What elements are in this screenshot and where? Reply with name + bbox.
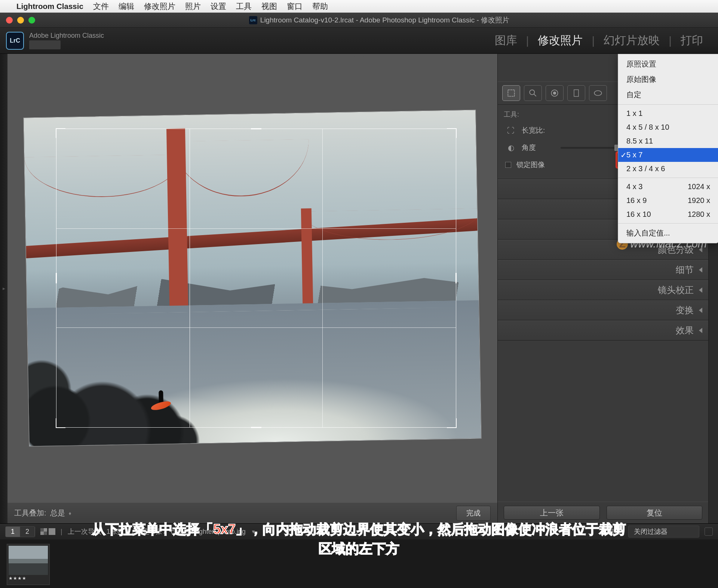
brand-name: Adobe Lightroom Classic bbox=[29, 32, 104, 40]
app-header: LrC Adobe Lightroom Classic 图库 | 修改照片 | … bbox=[0, 28, 718, 54]
svg-rect-0 bbox=[508, 90, 514, 96]
close-window-button[interactable] bbox=[6, 17, 13, 24]
module-slideshow[interactable]: 幻灯片放映 bbox=[595, 33, 669, 48]
menu-settings[interactable]: 设置 bbox=[211, 1, 226, 12]
filmstrip-thumbnail[interactable]: ★★★★ bbox=[7, 544, 50, 585]
aspect-option-selected[interactable]: 5 x 7 bbox=[618, 148, 718, 162]
triangle-left-icon bbox=[699, 267, 702, 273]
tool-overlay-label: 工具叠加: bbox=[14, 508, 46, 518]
section-transform[interactable]: 变换 bbox=[498, 300, 708, 320]
lock-image-checkbox[interactable] bbox=[505, 162, 511, 168]
svg-rect-4 bbox=[574, 90, 579, 96]
menu-photo[interactable]: 照片 bbox=[185, 1, 201, 12]
aspect-label: 长宽比: bbox=[522, 126, 555, 135]
menu-help[interactable]: 帮助 bbox=[312, 1, 328, 12]
identity-plate[interactable] bbox=[29, 40, 61, 49]
fs-path-prefix[interactable]: 上一次导入 bbox=[68, 527, 101, 536]
chevron-down-icon[interactable]: ▼ bbox=[251, 529, 256, 535]
svg-point-3 bbox=[553, 92, 556, 95]
tool-overlay-value[interactable]: 总是 bbox=[50, 508, 65, 518]
angle-label: 角度 bbox=[522, 143, 555, 153]
aspect-option-custom[interactable]: 输入自定值... bbox=[618, 225, 718, 241]
aspect-option[interactable]: 1 x 1 bbox=[618, 107, 718, 120]
filter-lock-icon[interactable] bbox=[705, 527, 713, 536]
aspect-option[interactable]: 4 x 5 / 8 x 10 bbox=[618, 120, 718, 134]
filter-label: 过滤器: bbox=[601, 527, 623, 536]
module-picker: 图库 | 修改照片 | 幻灯片放映 | 打印 bbox=[486, 33, 712, 48]
menu-develop[interactable]: 修改照片 bbox=[144, 1, 175, 12]
develop-toolbar: 工具叠加: 总是 ♦ 完成 bbox=[7, 502, 497, 523]
triangle-left-icon bbox=[699, 247, 702, 252]
module-library[interactable]: 图库 bbox=[486, 33, 526, 48]
gradient-tool-icon[interactable] bbox=[567, 85, 585, 101]
section-effects[interactable]: 效果 bbox=[498, 320, 708, 341]
angle-icon[interactable]: ◐ bbox=[505, 143, 516, 152]
thumb-image bbox=[9, 546, 48, 575]
center-area: 工具叠加: 总是 ♦ 完成 bbox=[7, 54, 497, 523]
filter-select[interactable]: 关闭过滤器 bbox=[628, 526, 699, 538]
aspect-option[interactable]: 16 x 101280 x bbox=[618, 207, 718, 221]
reset-button[interactable]: 复位 bbox=[607, 506, 703, 520]
aspect-option[interactable]: 2 x 3 / 4 x 6 bbox=[618, 162, 718, 176]
done-button[interactable]: 完成 bbox=[456, 506, 491, 521]
lock-image-label: 锁定图像 bbox=[516, 160, 545, 170]
mac-menubar[interactable]: Lightroom Classic 文件 编辑 修改照片 照片 设置 工具 视图… bbox=[0, 0, 718, 13]
section-lens[interactable]: 镜头校正 bbox=[498, 280, 708, 300]
photo-preview[interactable] bbox=[23, 110, 481, 447]
app-menu[interactable]: Lightroom Classic bbox=[16, 2, 83, 11]
right-panel: 工具: ⛶ 长宽比: ◐ 角度 0.00 锁定图像 基本 bbox=[497, 54, 718, 523]
segment-1[interactable]: 1 bbox=[6, 527, 20, 537]
left-panel-collapsed[interactable] bbox=[0, 54, 7, 523]
prev-button[interactable]: 上一张 bbox=[504, 506, 600, 520]
menu-tools[interactable]: 工具 bbox=[236, 1, 252, 12]
menu-view[interactable]: 视图 bbox=[261, 1, 277, 12]
aspect-option[interactable]: 16 x 91920 x bbox=[618, 194, 718, 207]
lrc-title-icon: Lrc bbox=[249, 16, 257, 24]
section-detail[interactable]: 细节 bbox=[498, 260, 708, 280]
filmstrip: 1 2 | 上一次导入 1张照片 / 选定 1张 / crop-straight… bbox=[0, 523, 718, 588]
aspect-option[interactable]: 原照设置 bbox=[618, 56, 718, 72]
aspect-ratio-menu[interactable]: 原照设置 原始图像 自定 1 x 1 4 x 5 / 8 x 10 8.5 x … bbox=[618, 54, 718, 243]
crop-tool-icon[interactable] bbox=[502, 85, 520, 101]
chevron-icon[interactable]: ♦ bbox=[69, 510, 71, 516]
menu-file[interactable]: 文件 bbox=[93, 1, 109, 12]
zoom-window-button[interactable] bbox=[28, 17, 35, 24]
segment-2[interactable]: 2 bbox=[20, 527, 35, 537]
monitor-segments[interactable]: 1 2 bbox=[5, 526, 35, 537]
aspect-option[interactable]: 8.5 x 11 bbox=[618, 134, 718, 148]
aspect-option[interactable]: 自定 bbox=[618, 87, 718, 102]
menu-edit[interactable]: 编辑 bbox=[119, 1, 134, 12]
window-titlebar: Lrc Lightroom Catalog-v10-2.lrcat - Adob… bbox=[0, 13, 718, 28]
window-title: Lightroom Catalog-v10-2.lrcat - Adobe Ph… bbox=[260, 15, 509, 25]
menu-window[interactable]: 窗口 bbox=[287, 1, 303, 12]
fs-filename: crop-straighten-photo.jpg bbox=[171, 528, 246, 536]
photo-canvas[interactable] bbox=[7, 54, 497, 502]
triangle-left-icon bbox=[699, 328, 702, 333]
triangle-left-icon bbox=[699, 308, 702, 313]
aspect-icon[interactable]: ⛶ bbox=[505, 126, 516, 135]
redeye-tool-icon[interactable] bbox=[546, 85, 564, 101]
aspect-option[interactable]: 4 x 31024 x bbox=[618, 180, 718, 194]
aspect-option[interactable]: 原始图像 bbox=[618, 72, 718, 87]
module-print[interactable]: 打印 bbox=[672, 33, 712, 48]
fs-count: 1张照片 / 选定 1张 / bbox=[107, 527, 166, 536]
nav-buttons: 上一张 复位 bbox=[498, 502, 708, 523]
thumb-rating[interactable]: ★★★★ bbox=[9, 576, 48, 581]
minimize-window-button[interactable] bbox=[17, 17, 24, 24]
lrc-logo-icon: LrC bbox=[6, 32, 24, 50]
module-develop[interactable]: 修改照片 bbox=[529, 33, 592, 48]
spot-tool-icon[interactable] bbox=[524, 85, 542, 101]
svg-point-5 bbox=[594, 91, 602, 96]
grid-view-icons[interactable] bbox=[40, 528, 55, 535]
triangle-left-icon bbox=[699, 287, 702, 293]
radial-tool-icon[interactable] bbox=[589, 85, 607, 101]
surfer-figure bbox=[155, 390, 166, 411]
